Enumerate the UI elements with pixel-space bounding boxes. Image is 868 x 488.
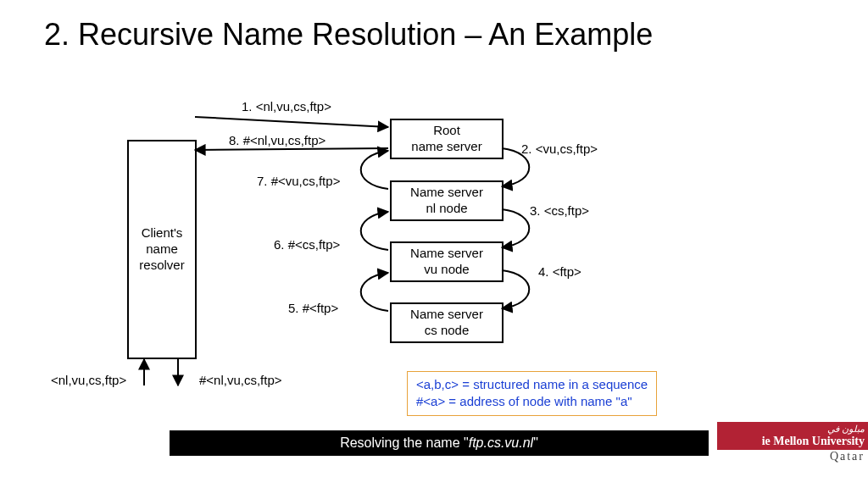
vu-server-label: Name server vu node bbox=[410, 246, 483, 278]
edge-1-label: 1. <nl,vu,cs,ftp> bbox=[242, 99, 331, 114]
edge-2-label: 2. <vu,cs,ftp> bbox=[521, 141, 598, 156]
cs-server-box: Name server cs node bbox=[390, 302, 504, 343]
client-resolver-label: Client's name resolver bbox=[139, 225, 184, 273]
resolution-diagram: Client's name resolver Root name server … bbox=[51, 89, 695, 394]
input-tuple-label: <nl,vu,cs,ftp> bbox=[51, 373, 126, 387]
svg-line-0 bbox=[195, 117, 388, 127]
university-logo: مبلون في ie Mellon University Qatar bbox=[717, 422, 868, 473]
footer-name: ftp.cs.vu.nl bbox=[469, 435, 533, 451]
edge-8-label: 8. #<nl,vu,cs,ftp> bbox=[229, 133, 326, 147]
svg-line-1 bbox=[195, 148, 388, 150]
legend-line-2: #<a> = address of node with name "a" bbox=[416, 393, 648, 410]
output-tuple-label: #<nl,vu,cs,ftp> bbox=[199, 373, 282, 387]
edge-7-label: 7. #<vu,cs,ftp> bbox=[257, 174, 340, 188]
legend-line-1: <a,b,c> = structured name in a sequence bbox=[416, 376, 648, 393]
edge-4-label: 4. <ftp> bbox=[538, 264, 581, 279]
footer-bar: Resolving the name " ftp.cs.vu.nl " bbox=[170, 430, 709, 456]
vu-server-box: Name server vu node bbox=[390, 241, 504, 282]
edge-3-label: 3. <cs,ftp> bbox=[530, 203, 589, 218]
legend-box: <a,b,c> = structured name in a sequence … bbox=[407, 371, 657, 416]
nl-server-box: Name server nl node bbox=[390, 180, 504, 221]
root-server-box: Root name server bbox=[390, 119, 504, 159]
root-server-label: Root name server bbox=[411, 123, 481, 155]
nl-server-label: Name server nl node bbox=[410, 185, 483, 217]
slide-title: 2. Recursive Name Resolution – An Exampl… bbox=[44, 17, 653, 53]
client-resolver-box: Client's name resolver bbox=[127, 140, 197, 359]
edge-5-label: 5. #<ftp> bbox=[288, 301, 338, 315]
cs-server-label: Name server cs node bbox=[410, 307, 483, 339]
logo-arabic: مبلون في bbox=[717, 422, 868, 435]
footer-suffix: " bbox=[533, 435, 538, 451]
footer-prefix: Resolving the name " bbox=[340, 435, 469, 451]
edge-6-label: 6. #<cs,ftp> bbox=[274, 237, 340, 252]
logo-main: ie Mellon University bbox=[717, 435, 868, 450]
logo-qatar: Qatar bbox=[717, 450, 868, 463]
